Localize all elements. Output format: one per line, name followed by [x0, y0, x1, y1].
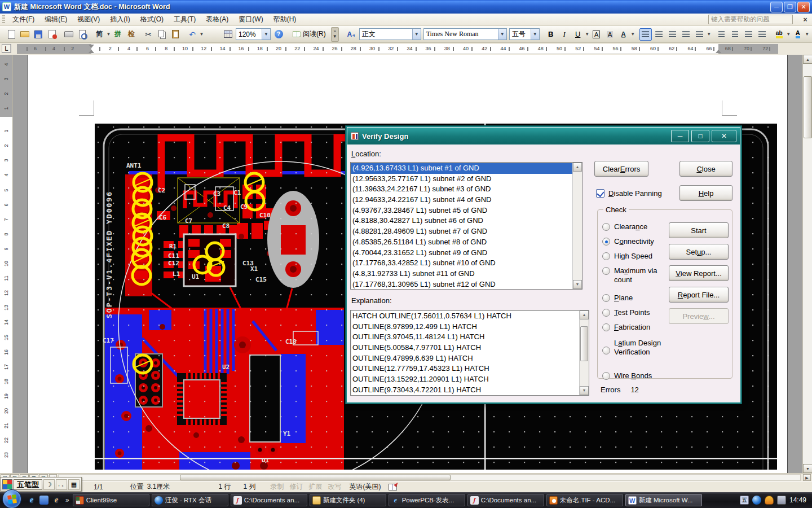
- setup-button[interactable]: Setup...: [669, 244, 729, 260]
- scroll-up-icon[interactable]: ▲: [803, 55, 812, 64]
- radio-wire-bonds[interactable]: Wire Bonds: [602, 371, 667, 380]
- menu-view[interactable]: 视图(V): [72, 13, 105, 26]
- location-item[interactable]: (17.17768,33.42852 L1) subnet #10 of GND: [351, 258, 572, 269]
- radio-icon[interactable]: [602, 267, 610, 275]
- highlight-dropdown-icon[interactable]: ▼: [786, 28, 791, 41]
- style-combo[interactable]: 正文 ▼: [359, 28, 421, 40]
- zoom-combo[interactable]: 120% ▼: [236, 28, 271, 40]
- location-item[interactable]: (4.8,31.92733 L1) subnet #11 of GND: [351, 269, 572, 279]
- disable-panning-row[interactable]: Disable Panning: [596, 189, 662, 198]
- align-right-icon[interactable]: [667, 28, 679, 41]
- menu-window[interactable]: 窗口(W): [233, 13, 268, 26]
- document-close-icon[interactable]: ×: [801, 15, 810, 24]
- location-item[interactable]: (4.93767,33.28467 L1) subnet #5 of GND: [351, 205, 572, 216]
- first-line-indent-marker[interactable]: [89, 45, 94, 48]
- character-scale-icon[interactable]: A̲: [617, 28, 630, 41]
- toolbar-options-icon[interactable]: »▼: [331, 27, 339, 42]
- italic-icon[interactable]: I: [558, 28, 571, 41]
- start-button[interactable]: [2, 489, 21, 508]
- scroll-up-icon[interactable]: ▲: [573, 163, 582, 172]
- start-button[interactable]: Start: [669, 222, 729, 238]
- decrease-indent-icon[interactable]: [743, 28, 755, 41]
- proofing-status-icon[interactable]: [389, 484, 397, 491]
- explanation-item[interactable]: OUTLINE(3.97045,11.48124 L1) HATCH: [351, 332, 579, 343]
- radio-connectivity[interactable]: Connectivity: [602, 237, 667, 246]
- font-color-icon[interactable]: A: [792, 28, 804, 41]
- dialog-minimize-button[interactable]: ─: [671, 130, 689, 142]
- tray-network-icon[interactable]: [777, 496, 786, 505]
- scroll-right-icon[interactable]: ▶: [803, 474, 811, 481]
- minimize-button[interactable]: ─: [770, 2, 783, 12]
- disable-panning-checkbox[interactable]: [596, 189, 604, 198]
- line-spacing-dropdown-icon[interactable]: ▼: [707, 28, 712, 41]
- menu-edit[interactable]: 编辑(E): [39, 13, 72, 26]
- highlight-icon[interactable]: ab: [773, 28, 785, 41]
- task-pads-documents-2[interactable]: ʃ C:\Documents an...: [467, 494, 544, 506]
- location-item[interactable]: (11.39633,24.22167 L1) subnet #3 of GND: [351, 184, 572, 195]
- cut-icon[interactable]: ✂: [142, 28, 155, 41]
- task-acdsee-tif[interactable]: 未命名.TIF - ACD...: [546, 494, 623, 506]
- explanation-item[interactable]: OUTLINE(8.97899,12.499 L1) HATCH: [351, 322, 579, 332]
- tray-ime-icon[interactable]: 五: [740, 496, 749, 505]
- radio-icon[interactable]: [602, 347, 610, 354]
- vertical-scrollbar[interactable]: ▲ ▼: [802, 55, 812, 473]
- copy-icon[interactable]: [156, 28, 168, 41]
- help-question-input[interactable]: 键入需要帮助的问题: [708, 15, 793, 24]
- zoom-dropdown-icon[interactable]: ▼: [262, 29, 270, 40]
- spelling-grammar-icon[interactable]: 拼: [112, 28, 124, 41]
- style-dropdown-icon[interactable]: ▼: [412, 29, 421, 40]
- menu-insert[interactable]: 插入(I): [105, 13, 135, 26]
- reading-layout-button[interactable]: 阅读(R): [289, 28, 330, 41]
- explanation-item[interactable]: OUTLINE(9.47899,6.639 L1) HATCH: [351, 353, 579, 364]
- increase-indent-icon[interactable]: [756, 28, 769, 41]
- explanation-item[interactable]: OUTLINE(12.77759,17.45323 L1) HATCH: [351, 364, 579, 374]
- task-powerpcb[interactable]: e PowerPCB-发表...: [389, 494, 465, 506]
- radio-icon[interactable]: [602, 252, 610, 260]
- ime-mode-button[interactable]: 五笔型: [14, 479, 42, 490]
- bold-icon[interactable]: B: [545, 28, 557, 41]
- print-preview-icon[interactable]: [76, 28, 89, 41]
- radio-icon[interactable]: [602, 372, 610, 380]
- radio-fabrication[interactable]: Fabrication: [602, 323, 667, 332]
- clear-errors-button[interactable]: Clear Errors: [594, 161, 648, 177]
- menu-format[interactable]: 格式(O): [135, 13, 169, 26]
- location-item[interactable]: (12.94633,24.22167 L1) subnet #4 of GND: [351, 195, 572, 205]
- radio-icon[interactable]: [602, 323, 610, 331]
- font-size-dropdown-icon[interactable]: ▼: [531, 29, 539, 40]
- radio-plane[interactable]: Plane: [602, 294, 667, 303]
- menu-help[interactable]: 帮助(H): [268, 13, 302, 26]
- ime-logo-icon[interactable]: [2, 479, 12, 489]
- insert-table-icon[interactable]: [222, 28, 234, 41]
- permission-icon[interactable]: [46, 28, 58, 41]
- undo-icon[interactable]: ↶: [186, 28, 198, 41]
- radio-maximum-via-count[interactable]: Maximum via count: [602, 266, 667, 285]
- scroll-down-icon[interactable]: ▼: [573, 280, 582, 289]
- line-spacing-icon[interactable]: [694, 28, 706, 41]
- location-item[interactable]: (4.70044,23.31652 L1) subnet #9 of GND: [351, 248, 572, 259]
- undo-dropdown-icon[interactable]: ▼: [199, 28, 204, 41]
- location-item[interactable]: (4.88281,28.49609 L1) subnet #7 of GND: [351, 226, 572, 237]
- research-icon[interactable]: 检: [125, 28, 138, 41]
- scroll-up-icon[interactable]: ▲: [580, 310, 589, 319]
- task-word-document[interactable]: W 新建 Microsoft W...: [625, 494, 702, 506]
- right-indent-marker[interactable]: [716, 50, 721, 53]
- save-icon[interactable]: [32, 28, 45, 41]
- dialog-titlebar[interactable]: Verify Design ─ □ ✕: [347, 128, 740, 144]
- bullets-icon[interactable]: [729, 28, 742, 41]
- quick-launch-overflow-icon[interactable]: »: [65, 496, 69, 504]
- print-icon[interactable]: [63, 28, 75, 41]
- location-item[interactable]: (4.8188,30.42827 L1) subnet #6 of GND: [351, 216, 572, 226]
- dialog-close-button[interactable]: ✕: [712, 130, 736, 142]
- horizontal-scrollbar[interactable]: [58, 474, 801, 481]
- task-new-folder[interactable]: 新建文件夹 (4): [310, 494, 386, 506]
- underline-dropdown-icon[interactable]: ▼: [585, 28, 590, 41]
- menubar-grip[interactable]: [2, 15, 5, 24]
- view-report-button[interactable]: View Report...: [669, 265, 729, 281]
- character-border-icon[interactable]: A: [590, 28, 603, 41]
- radio-icon[interactable]: [602, 223, 610, 231]
- task-rtx-session[interactable]: 汪俊 - RTX 会话: [152, 494, 228, 506]
- open-folder-icon[interactable]: [19, 28, 31, 41]
- explanation-listbox[interactable]: HATCH OUTLINE(17.56011,0.57634 L1) HATCH…: [350, 310, 589, 396]
- explanation-item[interactable]: OUTLINE(5.00584,7.97701 L1) HATCH: [351, 343, 579, 353]
- fullwidth-toggle-icon[interactable]: ☽: [43, 479, 55, 490]
